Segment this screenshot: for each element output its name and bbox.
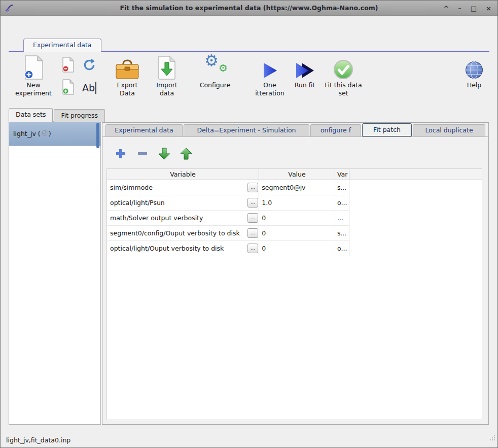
shade-button[interactable]: ^ [443,5,449,12]
list-item-label-prefix: light_jv ( [13,130,41,137]
variable-picker-button[interactable]: ... [247,198,258,208]
check-circle-icon [333,55,353,80]
cell-var2: o... [335,195,349,210]
close-button[interactable]: × [486,5,491,12]
table-row[interactable]: optical/light/Psun ... 1.0 o... [107,195,349,211]
fit-patch-table: Variable Value Var sim/simmode ... segme… [106,168,482,420]
table-header-row: Variable Value Var [107,169,482,180]
document-plus-icon [62,79,75,95]
one-iteration-button[interactable]: One itteration [251,54,289,97]
one-iteration-label: One itteration [251,81,289,97]
tab-experimental-data[interactable]: Experimental data [23,39,101,52]
cell-var2: ... [335,211,349,225]
resize-grip[interactable] [489,432,495,445]
cell-var2: o... [335,241,349,256]
table-row[interactable]: optical/light/Ouput verbosity to disk ..… [107,241,349,256]
left-tab-bar: Data sets Fit progress [9,108,106,122]
configure-button[interactable]: ⚙ ⚙ Configure [196,54,234,89]
gears-icon: ⚙ ⚙ [203,55,227,80]
fit-enabled-icon [42,130,48,137]
status-bar: light_jv,fit_data0.inp [1,433,497,447]
variable-picker-button[interactable]: ... [247,244,258,253]
rename-ab-icon: Ab [82,82,95,93]
help-label: Help [467,81,482,89]
export-data-button[interactable]: Export Data [111,54,144,97]
cell-value[interactable]: 0 [259,241,335,256]
table-row[interactable]: sim/simmode ... segment0@jv s... [107,180,349,195]
titlebar: Fit the simulation to experimental data … [1,1,497,16]
import-data-label: Import data [151,81,183,97]
cell-var2: s... [335,226,349,240]
cell-value[interactable]: 0 [259,226,335,240]
delete-experiment-button[interactable] [62,57,75,74]
cell-variable: segment0/config/Ouput verbosity to disk [107,226,247,240]
list-item-light-jv[interactable]: light_jv ( ) [9,122,100,146]
fit-this-data-set-button[interactable]: Fit this data set [323,54,364,97]
cell-var2: s... [335,180,349,195]
header-filler [349,169,482,180]
tab-experimental-data-inner[interactable]: Experimental data [105,124,183,136]
cell-value[interactable]: 1.0 [259,195,335,210]
tab-configure-fit[interactable]: onfigure f [310,124,361,136]
refresh-button[interactable] [83,58,96,73]
variable-picker-button[interactable]: ... [247,228,258,238]
rename-button[interactable]: Ab [82,82,96,94]
export-data-label: Export Data [111,81,144,97]
import-document-icon [157,55,176,80]
data-sets-list: light_jv ( ) [9,121,101,425]
minimize-button[interactable]: – [458,5,461,12]
gear-green-icon: ⚙ [219,63,228,73]
refresh-icon [83,58,96,72]
cell-variable: math/Solver output verbosity [107,211,247,225]
table-row[interactable]: segment0/config/Ouput verbosity to disk … [107,226,349,241]
new-experiment-button[interactable]: New experiment [12,54,55,97]
run-fit-label: Run fit [295,81,315,89]
variable-picker-button[interactable]: ... [247,213,258,223]
new-experiment-label: New experiment [12,81,55,97]
cell-variable: sim/simmode [107,180,247,195]
fit-patch-toolbar [114,146,193,161]
list-scrollbar-thumb[interactable] [96,123,99,148]
status-text: light_jv,fit_data0.inp [6,436,70,444]
fit-tab-bar: Experimental data Delta=Experiment - Sim… [102,123,488,137]
variable-picker-button[interactable]: ... [247,183,258,192]
clone-experiment-button[interactable] [62,79,75,96]
new-document-icon [23,55,44,80]
experiment-edit-cluster: Ab [57,54,103,99]
minus-icon [136,148,149,160]
app-window: Fit the simulation to experimental data … [0,0,498,448]
play-icon [261,55,278,80]
move-up-button[interactable] [179,147,193,161]
arrow-up-icon [180,147,193,160]
window-title: Fit the simulation to experimental data … [1,4,497,12]
arrow-down-icon [158,147,171,160]
tab-fit-progress[interactable]: Fit progress [54,109,105,122]
table-row[interactable]: math/Solver output verbosity ... 0 ... [107,211,349,226]
cell-variable: optical/light/Ouput verbosity to disk [107,241,247,256]
move-down-button[interactable] [157,147,171,161]
gear-blue-icon: ⚙ [204,53,219,68]
globe-icon [465,55,484,80]
help-button[interactable]: Help [459,54,489,89]
remove-row-button[interactable] [135,147,150,161]
tab-local-duplicate[interactable]: Local duplicate [413,124,485,136]
maximize-button[interactable]: □ [471,5,477,12]
tab-delta[interactable]: Delta=Experiment - Simulation [184,124,309,136]
fit-this-label: Fit this data set [323,81,364,97]
app-logo-icon [5,4,14,13]
tab-data-sets[interactable]: Data sets [9,108,53,122]
run-fit-button[interactable]: Run fit [291,54,319,89]
tab-fit-patch[interactable]: Fit patch [362,123,412,136]
cell-value[interactable]: segment0@jv [259,180,335,195]
plus-icon [115,148,127,160]
toolbox-icon [116,55,139,80]
header-variable: Variable [107,169,259,180]
import-data-button[interactable]: Import data [151,54,183,97]
header-value: Value [259,169,335,180]
add-row-button[interactable] [114,147,128,161]
document-minus-icon [62,57,75,73]
fast-forward-icon [295,55,315,80]
cell-value[interactable]: 0 [259,211,335,225]
window-controls: ^ – □ × [443,1,491,16]
list-item-label-suffix: ) [49,130,51,137]
